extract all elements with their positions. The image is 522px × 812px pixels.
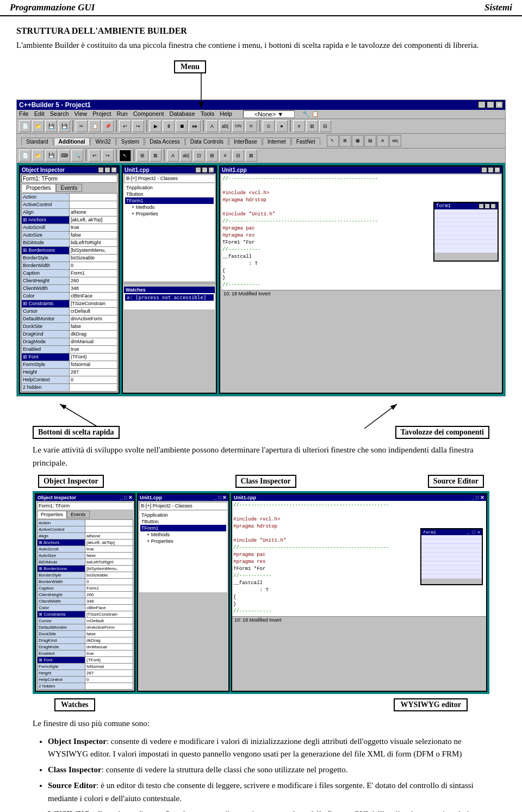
redo-btn[interactable]: ↪	[132, 120, 144, 132]
none-dropdown[interactable]: <None> ▼	[243, 110, 295, 118]
tool-btn-6[interactable]: ↩	[89, 150, 101, 162]
tool-btn-9[interactable]: ⊠	[150, 150, 161, 162]
palette-icon-5[interactable]: A	[377, 135, 389, 147]
obj-form-dropdown[interactable]: Form1: TForm	[21, 175, 117, 183]
tab-standard[interactable]: Standard	[21, 138, 53, 145]
tree-item-selected[interactable]: TForm1	[140, 525, 226, 531]
class-close-btn[interactable]: ✕	[208, 167, 214, 173]
source-min-btn[interactable]: _	[481, 167, 487, 173]
grid-btn[interactable]: ⊞	[306, 120, 318, 132]
run-btn[interactable]: ▶	[150, 120, 161, 132]
class-tree-item[interactable]: + Properties	[125, 210, 214, 217]
tool-btn-15[interactable]: ⊟	[232, 150, 244, 162]
tool-btn-5[interactable]: 🔍	[71, 150, 83, 162]
tree-item[interactable]: + Methods	[140, 531, 226, 538]
palette-icon-3[interactable]: ▦	[352, 135, 364, 147]
menu-run[interactable]: Run	[116, 110, 127, 118]
tab-properties[interactable]: Properties	[21, 184, 56, 192]
menu-project[interactable]: Project	[92, 110, 111, 118]
menu-help[interactable]: Help	[220, 110, 232, 118]
tool-btn-10[interactable]: A	[167, 150, 179, 162]
tab-additional[interactable]: Additional	[54, 138, 90, 145]
menu-search[interactable]: Search	[50, 110, 69, 118]
tool-btn-16[interactable]: ⊠	[245, 150, 257, 162]
small-obj-dropdown[interactable]: Form1: TForm	[37, 502, 133, 510]
open-btn[interactable]: 📂	[32, 120, 44, 132]
align-btn[interactable]: A	[206, 120, 218, 132]
new-btn[interactable]: 📄	[19, 120, 31, 132]
toggle-btn[interactable]: ●	[276, 120, 288, 132]
list-btn[interactable]: ≡	[293, 120, 305, 132]
class-tree-item[interactable]: TApplication	[125, 184, 214, 191]
menu-tools[interactable]: Tools	[201, 110, 215, 118]
small-source-body[interactable]: //--------------------------------------…	[232, 501, 486, 616]
tab-dataaccess[interactable]: Data Access	[145, 138, 185, 145]
class-tree-item-selected[interactable]: TForm1	[125, 197, 214, 204]
extra-btn[interactable]: ⊟	[319, 120, 331, 132]
stop-btn[interactable]: ⏹	[176, 120, 188, 132]
undo-btn[interactable]: ↩	[119, 120, 131, 132]
tab-events[interactable]: Events	[56, 184, 83, 192]
obj-close-btn[interactable]: ✕	[111, 167, 117, 173]
class-tree-item[interactable]: TButton	[125, 191, 214, 197]
palette-icon-2[interactable]: ⊠	[339, 135, 351, 147]
small-tab-props[interactable]: Properties	[37, 511, 67, 518]
tool-btn-14[interactable]: ≡	[219, 150, 231, 162]
menu-edit[interactable]: Edit	[34, 110, 45, 118]
close-button[interactable]: ✕	[495, 101, 503, 108]
copy-btn[interactable]: 📋	[89, 120, 101, 132]
class-dropdown[interactable]: B-[+] Project2 - Classes	[124, 175, 215, 182]
pause-btn[interactable]: ⏸	[163, 120, 175, 132]
tool-btn-cursor[interactable]: ↖	[119, 150, 131, 162]
save-btn[interactable]: 💾	[45, 120, 57, 132]
paste-btn[interactable]: 📌	[102, 120, 114, 132]
tree-item[interactable]: TButton	[140, 518, 226, 525]
small-tab-events[interactable]: Events	[67, 511, 90, 518]
tab-fastnet[interactable]: FastNet	[291, 138, 320, 145]
minimize-button[interactable]: _	[478, 101, 486, 108]
tree-item[interactable]: + Properties	[140, 538, 226, 544]
source-close-btn[interactable]: ✕	[494, 167, 500, 173]
on-btn[interactable]: ON	[232, 120, 244, 132]
obj-max-btn[interactable]: □	[104, 167, 110, 173]
view-btn[interactable]: ⊙	[263, 120, 275, 132]
tab-interbase[interactable]: InterBase	[229, 138, 262, 145]
maximize-button[interactable]: □	[487, 101, 494, 108]
tool-btn-4[interactable]: ⌨	[58, 150, 70, 162]
menu-file[interactable]: File	[19, 110, 29, 118]
source-max-btn[interactable]: □	[488, 167, 494, 173]
wysiwyg-close-btn[interactable]: ✕	[490, 203, 496, 209]
tool-btn-8[interactable]: ⊞	[136, 150, 148, 162]
obj-min-btn[interactable]: _	[98, 167, 104, 173]
tool-btn-11[interactable]: ab|	[180, 150, 192, 162]
tab-internet[interactable]: Internet	[263, 138, 291, 145]
tool-btn-1[interactable]: 📄	[19, 150, 31, 162]
tab-system[interactable]: System	[116, 138, 144, 145]
palette-icon-6[interactable]: ab|	[389, 135, 401, 147]
tab-win32[interactable]: Win32	[90, 138, 115, 145]
step-btn[interactable]: ⏭	[189, 120, 201, 132]
menu-database[interactable]: Database	[170, 110, 195, 118]
menu-view[interactable]: View	[74, 110, 88, 118]
text-btn[interactable]: ab|	[219, 120, 231, 132]
wysiwyg-max-btn[interactable]: □	[484, 203, 490, 209]
small-class-dropdown[interactable]: B-[+] Project2 - Classes	[139, 502, 227, 510]
tree-item[interactable]: TApplication	[140, 512, 226, 518]
saveall-btn[interactable]: 💾	[58, 120, 70, 132]
source-code-area[interactable]: //--------------------------------------…	[221, 175, 501, 290]
off-btn[interactable]: fx	[245, 120, 257, 132]
class-tree-item[interactable]: + Methods	[125, 204, 214, 210]
menu-component[interactable]: Component	[133, 110, 164, 118]
wysiwyg-min-btn[interactable]: _	[478, 203, 484, 209]
class-min-btn[interactable]: _	[195, 167, 201, 173]
tool-btn-12[interactable]: ⊡	[193, 150, 205, 162]
class-max-btn[interactable]: □	[202, 167, 208, 173]
tool-btn-7[interactable]: ↪	[102, 150, 114, 162]
cut-btn[interactable]: ✂	[76, 120, 88, 132]
palette-icon-1[interactable]: ↖	[327, 135, 339, 147]
tool-btn-3[interactable]: 💾	[45, 150, 57, 162]
wysiwyg-canvas-small[interactable]	[421, 535, 482, 579]
tool-btn-13[interactable]: ⊞	[206, 150, 218, 162]
tab-datacontrols[interactable]: Data Controls	[185, 138, 228, 145]
palette-icon-4[interactable]: ▤	[364, 135, 376, 147]
